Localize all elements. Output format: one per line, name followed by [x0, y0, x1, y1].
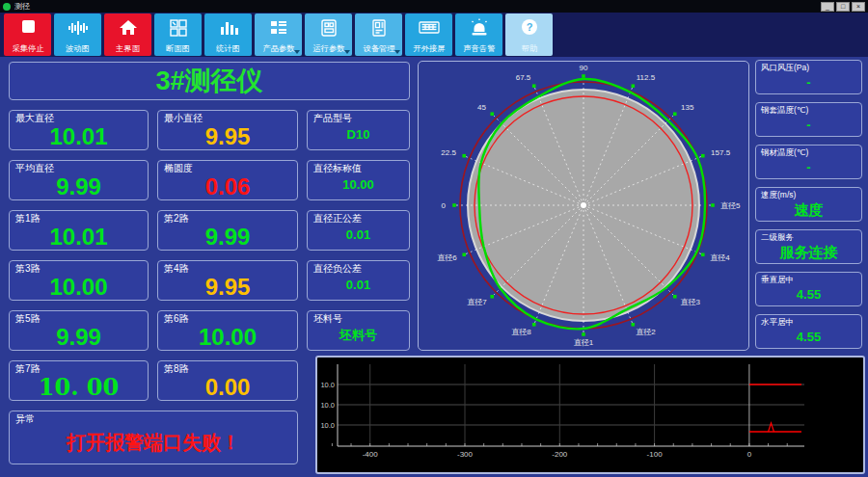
svg-text:直径2: 直径2 [636, 328, 656, 336]
cell-avg-diameter: 平均直径 9.99 [9, 160, 149, 200]
stop-icon [4, 18, 51, 38]
toolbar-button-section-chart[interactable]: 断面图 [154, 13, 202, 56]
svg-text:直径7: 直径7 [467, 298, 487, 306]
cell-billet-no: 坯料号 坯料号 [307, 310, 410, 351]
svg-text:-200: -200 [552, 450, 568, 459]
help-icon: ? [505, 18, 553, 38]
toolbar-button-run-params[interactable]: 运行参数 [305, 13, 352, 56]
svg-text:直径5: 直径5 [720, 201, 741, 210]
waveform-icon [54, 18, 101, 38]
svg-text:?: ? [526, 21, 532, 33]
svg-text:-100: -100 [647, 450, 664, 459]
cell-path-6: 第6路 10.00 [157, 310, 298, 351]
svg-text:10.0: 10.0 [320, 401, 335, 410]
profile-chart-panel: 022.54567.590112.5135157.5直径5直径4直径3直径2直径… [418, 61, 749, 351]
maximize-button[interactable]: □ [836, 2, 850, 12]
minimize-button[interactable]: _ [821, 2, 834, 12]
svg-text:直径8: 直径8 [511, 328, 531, 336]
cell-speed: 速度(m/s) 速度 [755, 187, 862, 222]
cell-min-diameter: 最小直径 9.95 [157, 110, 298, 150]
svg-text:直径4: 直径4 [710, 253, 730, 262]
cell-l2-service: 二级服务 服务连接 [755, 229, 862, 264]
toolbar-button-sound-alarm[interactable]: 声音告警 [455, 13, 502, 56]
window-titlebar: 测径 _ □ × [0, 0, 868, 13]
cell-minus-tolerance: 直径负公差 0.01 [307, 260, 410, 301]
cell-max-diameter: 最大直径 10.01 [9, 110, 149, 150]
svg-text:67.5: 67.5 [516, 73, 531, 82]
svg-text:90: 90 [580, 64, 588, 72]
svg-text:10.0: 10.0 [320, 421, 335, 430]
cell-sleeve-temp: 钢套温度(℃) - [755, 102, 862, 137]
app-icon [3, 3, 11, 11]
close-button[interactable]: × [852, 2, 865, 12]
window-title: 测径 [14, 1, 30, 12]
cell-steel-temp: 钢材温度(℃) - [755, 145, 862, 179]
product-params-icon [255, 18, 302, 38]
toolbar-button-stop-acquisition[interactable]: 采集停止 [4, 13, 51, 56]
svg-text:-300: -300 [457, 450, 474, 459]
svg-text:22.5: 22.5 [441, 148, 456, 157]
external-screen-icon [405, 18, 452, 38]
svg-text:0: 0 [747, 450, 752, 459]
cell-path-5: 第5路 9.99 [9, 310, 149, 351]
toolbar: 采集停止 波动图 主界面 断面图 统计图 [0, 13, 868, 57]
alarm-cell: 异常 打开报警端口失败！ [9, 411, 298, 464]
run-params-icon [305, 18, 352, 38]
svg-text:-400: -400 [363, 450, 379, 459]
toolbar-button-device-mgmt[interactable]: 设备管理 [355, 13, 402, 56]
svg-text:157.5: 157.5 [711, 148, 731, 157]
trend-line-chart: 10.010.010.0-400-300-200-1000 [317, 358, 863, 472]
svg-text:直径3: 直径3 [680, 298, 700, 306]
cell-path-2: 第2路 9.99 [157, 210, 298, 251]
cell-path-3: 第3路 10.00 [9, 260, 149, 301]
alarm-message: 打开报警端口失败！ [15, 425, 291, 460]
svg-text:0: 0 [442, 201, 447, 210]
cell-ovality: 椭圆度 0.06 [157, 160, 298, 200]
cell-nominal-diameter: 直径标称值 10.00 [307, 160, 410, 200]
svg-text:112.5: 112.5 [637, 73, 656, 82]
status-panel: 风口风压(Pa) - 钢套温度(℃) - 钢材温度(℃) - 速度(m/s) 速… [755, 60, 862, 349]
cell-air-pressure: 风口风压(Pa) - [755, 60, 862, 94]
chevron-down-icon [294, 50, 300, 54]
cell-horizontal-center: 水平居中 4.55 [755, 314, 862, 349]
toolbar-button-wave-chart[interactable]: 波动图 [54, 13, 101, 56]
home-icon [104, 18, 151, 38]
toolbar-button-main-screen[interactable]: 主界面 [104, 13, 151, 56]
alarm-siren-icon [455, 18, 502, 38]
svg-text:直径1: 直径1 [574, 338, 594, 347]
trend-chart-panel: 10.010.010.0-400-300-200-1000 [315, 356, 865, 474]
chevron-down-icon [344, 50, 350, 54]
toolbar-button-ext-screen[interactable]: 开外接屏 [405, 13, 452, 56]
svg-text:135: 135 [681, 103, 694, 112]
svg-text:直径6: 直径6 [437, 253, 457, 262]
page-title: 3#测径仪 [9, 62, 410, 100]
toolbar-button-product-params[interactable]: 产品参数 [255, 13, 302, 56]
diameter-gauge-app: { "window": { "title": "测径", "minimize":… [0, 0, 868, 477]
toolbar-button-help[interactable]: ? 帮助 [505, 13, 553, 56]
svg-text:10.0: 10.0 [320, 381, 335, 389]
cell-path-1: 第1路 10.01 [9, 210, 149, 251]
svg-text:45: 45 [477, 103, 486, 112]
profile-polar-chart: 022.54567.590112.5135157.5直径5直径4直径3直径2直径… [419, 62, 748, 350]
cell-path-8: 第8路 0.00 [157, 360, 298, 401]
bar-chart-icon [204, 18, 252, 38]
cell-path-4: 第4路 9.95 [157, 260, 298, 301]
toolbar-button-stats-chart[interactable]: 统计图 [204, 13, 252, 56]
device-icon [355, 18, 402, 38]
cell-vertical-center: 垂直居中 4.55 [755, 272, 862, 306]
chevron-down-icon [394, 50, 400, 54]
cell-product-model: 产品型号 D10 [307, 110, 410, 150]
cell-path-7: 第7路 10. 00 [9, 360, 149, 401]
section-chart-icon [154, 18, 202, 38]
cell-plus-tolerance: 直径正公差 0.01 [307, 210, 410, 251]
